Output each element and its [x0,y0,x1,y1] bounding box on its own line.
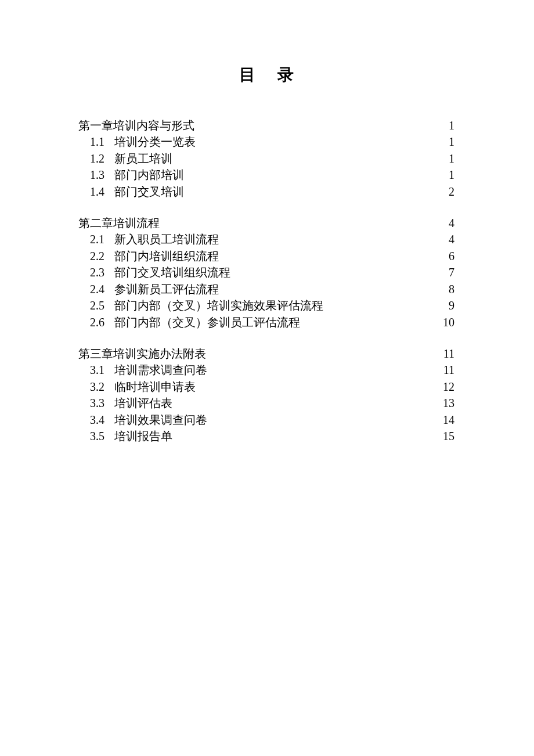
chapter-block: 第三章 培训实施办法附表 11 3.1 培训需求调查问卷 11 3.2 临时培训… [78,347,454,444]
chapter-block: 第二章 培训流程 4 2.1 新入职员工培训流程 4 2.2 部门内培训组织流程… [78,216,454,329]
section-row: 1.4 部门交叉培训 2 [78,185,454,199]
section-row: 2.3 部门交叉培训组织流程 7 [78,265,454,279]
section-page: 6 [437,249,454,263]
chapter-page: 4 [437,216,454,230]
section-number: 2.4 [90,282,114,296]
chapter-number: 第三章 [78,347,113,361]
section-title: 部门交叉培训组织流程 [114,265,230,279]
section-title: 部门内培训组织流程 [114,249,219,263]
section-row: 2.1 新入职员工培训流程 4 [78,232,454,246]
section-title: 培训需求调查问卷 [114,363,207,377]
section-title: 临时培训申请表 [114,380,196,394]
section-row: 1.2 新员工培训 1 [78,152,454,165]
section-number: 2.3 [90,265,114,279]
section-number: 2.1 [90,232,114,246]
chapter-page: 1 [437,118,454,132]
section-number: 3.3 [90,396,114,410]
chapter-number: 第二章 [78,216,113,230]
chapter-row: 第三章 培训实施办法附表 11 [78,347,454,361]
section-title: 参训新员工评估流程 [114,282,219,296]
section-row: 2.4 参训新员工评估流程 8 [78,282,454,296]
section-title: 部门内部（交叉）参训员工评估流程 [114,315,300,329]
section-row: 3.5 培训报告单 15 [78,429,454,443]
section-row: 3.3 培训评估表 13 [78,396,454,410]
section-row: 3.2 临时培训申请表 12 [78,380,454,394]
section-title: 培训报告单 [114,429,172,443]
section-number: 3.2 [90,380,114,394]
section-page: 2 [437,185,454,199]
section-page: 15 [437,429,454,443]
chapter-page: 11 [437,347,454,361]
section-page: 1 [437,135,454,149]
section-page: 9 [437,298,454,312]
section-number: 2.6 [90,315,114,329]
section-page: 1 [437,168,454,182]
chapter-title: 培训实施办法附表 [113,347,206,361]
section-row: 3.1 培训需求调查问卷 11 [78,363,454,377]
section-number: 1.4 [90,185,114,199]
toc-page: 目录 第一章 培训内容与形式 1 1.1 培训分类一览表 1 1.2 新员工培训… [0,0,534,756]
chapter-row: 第二章 培训流程 4 [78,216,454,230]
section-number: 2.5 [90,298,114,312]
section-number: 3.5 [90,429,114,443]
section-title: 培训效果调查问卷 [114,413,207,427]
section-row: 2.2 部门内培训组织流程 6 [78,249,454,263]
section-title: 部门内部培训 [114,168,184,182]
section-page: 12 [437,380,454,394]
section-row: 2.6 部门内部（交叉）参训员工评估流程 10 [78,315,454,329]
section-row: 1.1 培训分类一览表 1 [78,135,454,149]
chapter-number: 第一章 [78,118,113,132]
section-title: 新入职员工培训流程 [114,232,219,246]
section-title: 新员工培训 [114,152,172,165]
section-title: 培训分类一览表 [114,135,196,149]
section-title: 部门内部（交叉）培训实施效果评估流程 [114,298,323,312]
section-page: 7 [437,265,454,279]
section-title: 培训评估表 [114,396,172,410]
section-row: 3.4 培训效果调查问卷 14 [78,413,454,427]
section-page: 4 [437,232,454,246]
section-number: 1.1 [90,135,114,149]
section-page: 1 [437,152,454,165]
section-row: 2.5 部门内部（交叉）培训实施效果评估流程 9 [78,298,454,312]
chapter-title: 培训流程 [113,216,160,230]
section-number: 1.3 [90,168,114,182]
section-number: 3.1 [90,363,114,377]
chapter-block: 第一章 培训内容与形式 1 1.1 培训分类一览表 1 1.2 新员工培训 1 … [78,118,454,199]
section-page: 8 [437,282,454,296]
section-number: 1.2 [90,152,114,165]
chapter-row: 第一章 培训内容与形式 1 [78,118,454,132]
section-number: 2.2 [90,249,114,263]
section-number: 3.4 [90,413,114,427]
section-page: 13 [437,396,454,410]
section-title: 部门交叉培训 [114,185,184,199]
section-row: 1.3 部门内部培训 1 [78,168,454,182]
page-title: 目录 [78,65,454,85]
section-page: 14 [437,413,454,427]
section-page: 11 [437,363,454,377]
section-page: 10 [437,315,454,329]
chapter-title: 培训内容与形式 [113,118,194,132]
